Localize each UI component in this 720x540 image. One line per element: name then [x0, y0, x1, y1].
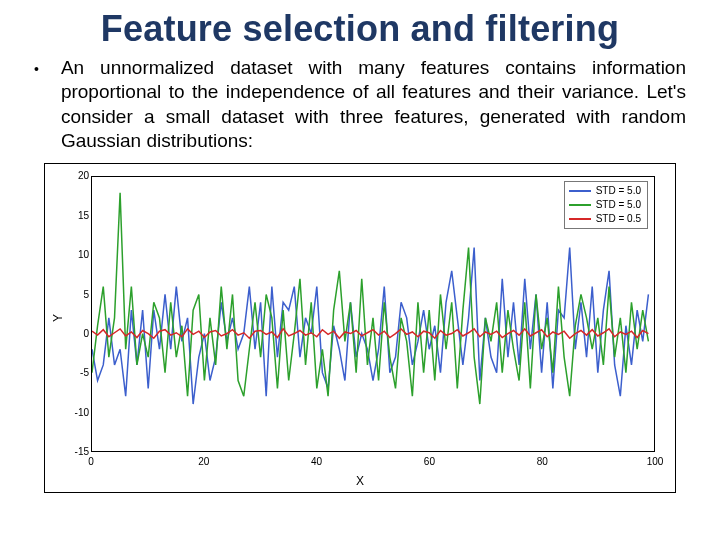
y-tick-label: 10 — [59, 249, 89, 260]
x-tick-label: 0 — [88, 456, 94, 467]
body-paragraph: An unnormalized dataset with many featur… — [61, 56, 686, 153]
y-tick-label: 0 — [59, 328, 89, 339]
x-tick-label: 20 — [198, 456, 209, 467]
page-title: Feature selection and filtering — [34, 8, 686, 50]
y-tick-label: -5 — [59, 367, 89, 378]
y-tick-label: 5 — [59, 289, 89, 300]
legend-swatch-icon — [569, 190, 591, 192]
bullet-dot-icon: • — [34, 61, 39, 77]
legend-label: STD = 5.0 — [596, 184, 641, 198]
legend-swatch-icon — [569, 204, 591, 206]
chart-container: Y X STD = 5.0 STD = 5.0 STD = 0.5 — [44, 163, 676, 493]
legend-swatch-icon — [569, 218, 591, 220]
plot-area: STD = 5.0 STD = 5.0 STD = 0.5 — [91, 176, 655, 452]
legend-entry: STD = 5.0 — [569, 184, 641, 198]
x-axis-label: X — [356, 474, 364, 488]
x-tick-label: 60 — [424, 456, 435, 467]
legend-label: STD = 5.0 — [596, 198, 641, 212]
chart-legend: STD = 5.0 STD = 5.0 STD = 0.5 — [564, 181, 648, 229]
legend-entry: STD = 0.5 — [569, 212, 641, 226]
y-tick-label: -15 — [59, 446, 89, 457]
y-tick-label: -10 — [59, 407, 89, 418]
x-tick-label: 40 — [311, 456, 322, 467]
bullet-item: • An unnormalized dataset with many feat… — [34, 56, 686, 161]
y-tick-label: 20 — [59, 170, 89, 181]
y-axis-label: Y — [51, 314, 65, 322]
legend-entry: STD = 5.0 — [569, 198, 641, 212]
x-tick-label: 80 — [537, 456, 548, 467]
slide: Feature selection and filtering • An unn… — [0, 0, 720, 540]
x-tick-label: 100 — [647, 456, 664, 467]
y-tick-label: 15 — [59, 210, 89, 221]
legend-label: STD = 0.5 — [596, 212, 641, 226]
